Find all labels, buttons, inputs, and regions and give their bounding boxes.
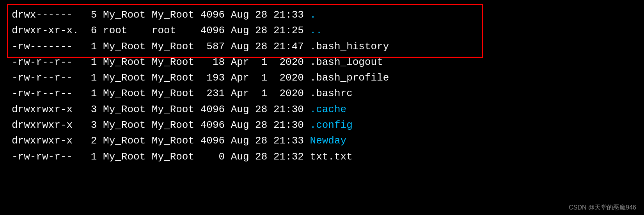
line9-part2: Newday — [310, 133, 347, 149]
line7-part1: drwxrwxr-x 3 My_Root My_Root 4096 Aug 28… — [12, 102, 310, 117]
line8-part1: drwxrwxr-x 3 My_Root My_Root 4096 Aug 28… — [12, 117, 310, 133]
line2-part2: .. — [310, 23, 322, 38]
line6-part1: -rw-r--r-- 1 My_Root My_Root 231 Apr 1 2… — [12, 86, 353, 101]
line7-part2: .cache — [310, 102, 347, 117]
line1-part2: . — [310, 7, 316, 23]
terminal-line-3: -rw------- 1 My_Root My_Root 587 Aug 28 … — [12, 39, 632, 54]
terminal-line-7: drwxrwxr-x 3 My_Root My_Root 4096 Aug 28… — [12, 102, 632, 117]
terminal-line-2: drwxr-xr-x. 6 root root 4096 Aug 28 21:2… — [12, 23, 632, 38]
watermark: CSDN @天堂的恶魔946 — [569, 204, 636, 212]
line8-part2: .config — [310, 117, 353, 133]
terminal-lines: drwx------ 5 My_Root My_Root 4096 Aug 28… — [12, 7, 632, 165]
terminal-line-1: drwx------ 5 My_Root My_Root 4096 Aug 28… — [12, 7, 632, 23]
line9-part1: drwxrwxr-x 2 My_Root My_Root 4096 Aug 28… — [12, 133, 310, 149]
line2-part1: drwxr-xr-x. 6 root root 4096 Aug 28 21:2… — [12, 23, 310, 38]
terminal-line-5: -rw-r--r-- 1 My_Root My_Root 193 Apr 1 2… — [12, 70, 632, 86]
terminal-line-10: -rw-rw-r-- 1 My_Root My_Root 0 Aug 28 21… — [12, 149, 632, 165]
line3-part1: -rw------- 1 My_Root My_Root 587 Aug 28 … — [12, 39, 389, 54]
terminal-line-4: -rw-r--r-- 1 My_Root My_Root 18 Apr 1 20… — [12, 54, 632, 70]
terminal-container: drwx------ 5 My_Root My_Root 4096 Aug 28… — [0, 0, 644, 215]
line1-part1: drwx------ 5 My_Root My_Root 4096 Aug 28… — [12, 7, 310, 23]
line5-part1: -rw-r--r-- 1 My_Root My_Root 193 Apr 1 2… — [12, 70, 389, 86]
terminal-line-6: -rw-r--r-- 1 My_Root My_Root 231 Apr 1 2… — [12, 86, 632, 101]
line10-part1: -rw-rw-r-- 1 My_Root My_Root 0 Aug 28 21… — [12, 149, 353, 165]
terminal-line-8: drwxrwxr-x 3 My_Root My_Root 4096 Aug 28… — [12, 117, 632, 133]
terminal-line-9: drwxrwxr-x 2 My_Root My_Root 4096 Aug 28… — [12, 133, 632, 149]
line4-part1: -rw-r--r-- 1 My_Root My_Root 18 Apr 1 20… — [12, 54, 383, 70]
